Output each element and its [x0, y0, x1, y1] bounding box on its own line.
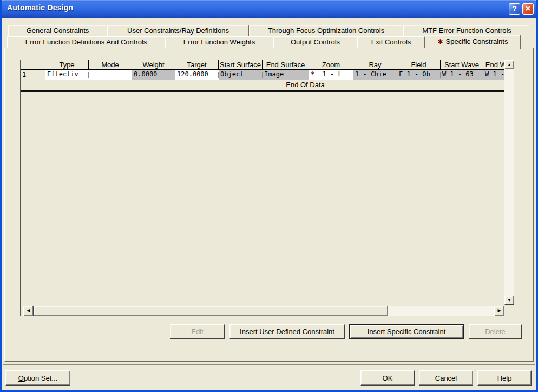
scroll-left-button[interactable]: ◀ [23, 306, 34, 316]
header-end-surface: End Surface [263, 60, 309, 70]
header-mode: Mode [89, 60, 132, 70]
left-arrow-icon: ◀ [27, 308, 30, 313]
scroll-right-button[interactable]: ▶ [494, 306, 504, 316]
cell-field[interactable]: F 1 - Ob [397, 70, 441, 80]
footer-divider [3, 364, 535, 365]
header-start-wave: Start Wave [441, 60, 483, 70]
header-row-number [21, 60, 45, 70]
cell-mode[interactable]: = [89, 70, 132, 80]
scroll-up-button[interactable]: ▲ [504, 60, 514, 69]
tab-general-constraints[interactable]: General Constraints [8, 25, 107, 36]
window-title: Automatic Design [7, 3, 73, 12]
horizontal-scrollbar-thumb[interactable] [34, 306, 388, 316]
help-footer-button[interactable]: Help [477, 370, 532, 386]
tab-error-function-weights[interactable]: Error Function Weights [165, 36, 273, 48]
header-zoom: Zoom [309, 60, 353, 70]
modified-asterisk-icon: ✱ [438, 38, 443, 45]
tab-error-function-definitions-and-controls[interactable]: Error Function Definitions And Controls [7, 36, 165, 48]
vertical-scrollbar[interactable]: ▲ ▼ [504, 60, 514, 305]
up-arrow-icon: ▲ [507, 62, 511, 67]
right-arrow-icon: ▶ [497, 308, 501, 313]
active-tab-label: Specific Constraints [446, 37, 508, 45]
cell-target[interactable]: 120.0000 [175, 70, 219, 80]
question-icon: ? [512, 4, 517, 13]
cell-weight[interactable]: 0.0000 [132, 70, 175, 80]
cancel-button[interactable]: Cancel [419, 370, 473, 386]
ok-button[interactable]: OK [360, 370, 415, 386]
horizontal-scrollbar[interactable]: ◀ ▶ [23, 306, 504, 316]
header-field: Field [397, 60, 441, 70]
close-icon: × [526, 4, 530, 13]
tab-row-2: Error Function Definitions And Controls … [0, 36, 538, 48]
table-row: 1 Effectiv = 0.0000 120.0000 Object Imag… [21, 70, 505, 80]
tab-specific-constraints[interactable]: ✱Specific Constraints [425, 35, 521, 49]
row-number-cell[interactable]: 1 [21, 70, 45, 80]
header-type: Type [45, 60, 89, 70]
constraints-grid: Type Mode Weight Target Start Surface En… [20, 60, 505, 316]
header-end-wave: End Wave [483, 60, 505, 70]
help-button[interactable]: ? [509, 3, 520, 15]
option-set-button[interactable]: Option Set... [5, 370, 70, 386]
tab-output-controls[interactable]: Output Controls [273, 36, 357, 48]
edit-button[interactable]: Edit [170, 324, 225, 339]
end-of-data-label: End Of Data [286, 81, 325, 89]
down-arrow-icon: ▼ [507, 298, 511, 303]
close-button[interactable]: × [522, 3, 534, 15]
header-target: Target [175, 60, 219, 70]
title-bar[interactable]: Automatic Design ? × [0, 0, 538, 18]
delete-button[interactable]: Delete [469, 324, 522, 339]
header-start-surface: Start Surface [219, 60, 263, 70]
scroll-down-button[interactable]: ▼ [504, 296, 514, 305]
grid-header-row: Type Mode Weight Target Start Surface En… [21, 60, 505, 70]
header-ray: Ray [353, 60, 397, 70]
cell-end-surface[interactable]: Image [263, 70, 309, 80]
tab-user-constraints-ray-definitions[interactable]: User Constraints/Ray Definitions [107, 25, 249, 36]
end-of-data-row: End Of Data [21, 80, 505, 92]
insert-user-defined-constraint-button[interactable]: Insert User Defined Constraint [229, 324, 345, 339]
tab-through-focus-optimization-controls[interactable]: Through Focus Optimization Controls [249, 25, 403, 36]
cell-ray[interactable]: 1 - Chie [353, 70, 397, 80]
cell-end-wave[interactable]: W 1 - [483, 70, 505, 80]
cell-zoom[interactable]: * 1 - L [309, 70, 353, 80]
cell-type[interactable]: Effectiv [45, 70, 89, 80]
tab-exit-controls[interactable]: Exit Controls [357, 36, 425, 48]
cell-start-wave[interactable]: W 1 - 63 [441, 70, 483, 80]
cell-start-surface[interactable]: Object [219, 70, 263, 80]
header-weight: Weight [132, 60, 175, 70]
insert-specific-constraint-button[interactable]: Insert Specific Constraint [349, 324, 464, 339]
